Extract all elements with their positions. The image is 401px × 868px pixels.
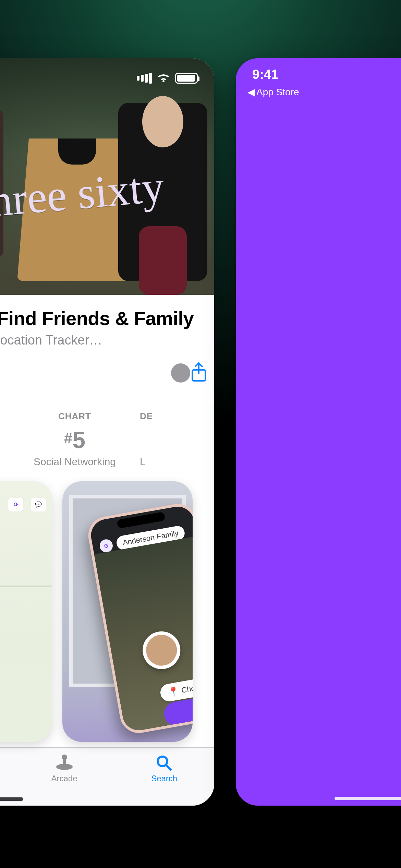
tab-search[interactable]: Search (114, 754, 214, 806)
tab-search-label: Search (151, 774, 177, 783)
hero-person-center (17, 103, 134, 281)
status-bar (0, 68, 214, 88)
screenshots-row[interactable]: now ⟳ 💬 ⚙ Anderson Family (0, 481, 208, 742)
app-subtitle: GPS Phone Location Tracker… (0, 333, 208, 348)
home-indicator[interactable] (0, 797, 23, 801)
wifi-icon (157, 73, 170, 84)
app-switcher-card-appstore[interactable]: hree sixty Life360: Find Friends & Famil… (0, 58, 214, 806)
hero-person-left (0, 110, 3, 257)
screenshot-1[interactable]: now ⟳ 💬 (0, 481, 52, 742)
tab-arcade-label: Arcade (51, 774, 77, 783)
stat-chart-foot: Social Networking (23, 456, 126, 468)
status-bar: 9:41 (236, 67, 401, 82)
stat-age-label: AGE (0, 411, 23, 422)
hero-people-illustration (0, 58, 214, 295)
appstore-tab-bar: Apps Arcade Search (0, 747, 214, 806)
stat-chart-label: CHART (23, 411, 126, 422)
stat-chart-value: #5 (23, 426, 126, 453)
stat-age: AGE 4+ Years Old (0, 411, 23, 468)
share-button[interactable] (190, 362, 208, 384)
svg-point-6 (62, 755, 67, 760)
stat-dev-label: DE (140, 411, 202, 422)
hero-person-right (118, 103, 207, 281)
app-listing: Life360: Find Friends & Family GPS Phone… (0, 295, 214, 742)
screenshot-2[interactable]: ⚙ Anderson Family 📍 Check (62, 481, 193, 742)
home-indicator[interactable] (335, 797, 401, 800)
chevron-left-icon: ◀ (247, 86, 255, 98)
stat-age-foot: Years Old (0, 456, 23, 468)
pin-icon: 📍 (167, 686, 180, 698)
battery-icon (175, 73, 198, 84)
status-time: 9:41 (252, 67, 278, 82)
app-switcher-card-life360[interactable]: 9:41 ◀ App Store (236, 58, 401, 806)
back-app-label: App Store (256, 87, 299, 98)
stat-age-value: 4+ (0, 426, 23, 453)
sync-icon: ⟳ (8, 498, 23, 511)
chat-icon: 💬 (31, 498, 46, 511)
app-stats-row[interactable]: AGE 4+ Years Old CHART #5 Social Network… (0, 402, 208, 468)
arcade-icon (54, 754, 74, 771)
search-icon (154, 754, 174, 771)
stat-developer: DE L (126, 411, 202, 468)
stat-dev-foot: L (140, 456, 202, 468)
stat-dev-value (140, 426, 202, 453)
tab-arcade[interactable]: Arcade (14, 754, 114, 806)
touch-indicator-icon (171, 363, 190, 383)
app-hero-image: hree sixty (0, 58, 214, 295)
svg-line-8 (166, 765, 171, 770)
stat-chart: CHART #5 Social Networking (23, 411, 126, 468)
cellular-signal-icon (135, 73, 152, 84)
app-title: Life360: Find Friends & Family (0, 308, 208, 329)
back-to-app-breadcrumb[interactable]: ◀ App Store (247, 86, 299, 98)
